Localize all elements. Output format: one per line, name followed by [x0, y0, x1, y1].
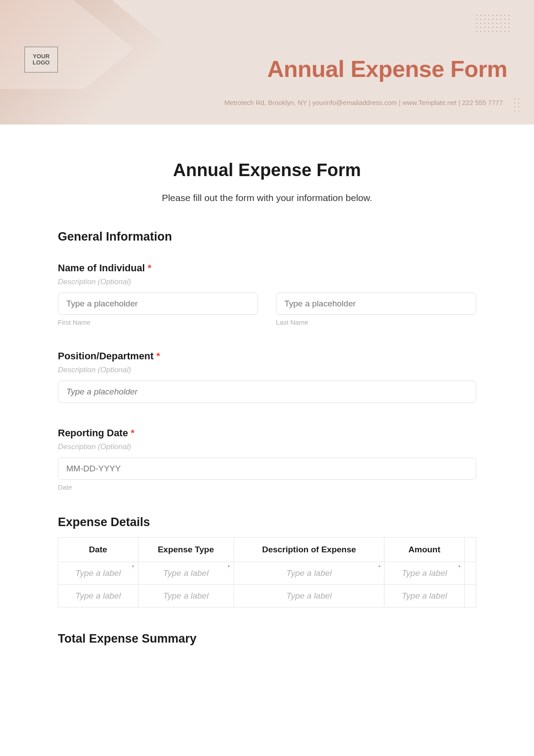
position-input[interactable] — [58, 381, 476, 403]
expense-details-table: Date Expense Type Description of Expense… — [58, 537, 476, 607]
table-header-row: Date Expense Type Description of Expense… — [58, 538, 476, 562]
label-text: Name of Individual — [58, 262, 145, 273]
reporting-date-input[interactable] — [58, 458, 476, 480]
date-sublabel: Date — [58, 483, 476, 491]
banner-title: Annual Expense Form — [267, 56, 508, 82]
form-subtitle: Please fill out the form with your infor… — [58, 193, 476, 203]
cell-date[interactable]: Type a label — [58, 584, 138, 607]
form-title: Annual Expense Form — [58, 160, 476, 180]
cell-amount[interactable]: Type a label* — [384, 562, 465, 584]
cell-amount[interactable]: Type a label — [384, 584, 465, 607]
required-mark: * — [148, 262, 152, 273]
col-expense-type: Expense Type — [138, 538, 234, 562]
field-description: Description (Optional) — [58, 366, 476, 374]
required-mark: * — [131, 427, 135, 438]
field-label: Position/Department * — [58, 350, 476, 362]
field-label: Reporting Date * — [58, 427, 476, 439]
field-description: Description (Optional) — [58, 277, 476, 286]
cell-extra — [465, 562, 476, 584]
col-description: Description of Expense — [234, 538, 384, 562]
section-heading-general: General Information — [58, 230, 476, 244]
required-mark: * — [378, 564, 380, 571]
first-name-input[interactable] — [58, 293, 258, 315]
last-name-input[interactable] — [276, 293, 476, 315]
col-extra — [465, 538, 476, 562]
cell-date[interactable]: Type a label* — [58, 562, 138, 584]
last-name-sublabel: Last Name — [276, 318, 476, 326]
table-row[interactable]: Type a label* Type a label* Type a label… — [58, 562, 476, 584]
cell-extra — [465, 584, 476, 607]
label-text: Reporting Date — [58, 427, 128, 438]
required-mark: * — [458, 564, 461, 571]
col-amount: Amount — [384, 538, 465, 562]
cell-desc[interactable]: Type a label — [234, 584, 384, 607]
section-heading-summary: Total Expense Summary — [58, 632, 476, 646]
decorative-dots-icon — [513, 97, 522, 111]
field-label: Name of Individual * — [58, 262, 476, 274]
logo-placeholder: YOUR LOGO — [24, 47, 58, 72]
col-date: Date — [58, 538, 138, 562]
table-row[interactable]: Type a label Type a label Type a label T… — [58, 584, 476, 607]
field-reporting-date: Reporting Date * Description (Optional) … — [58, 427, 476, 491]
banner-contact-line: Metrotech Rd, Brooklyn, NY | yourinfo@em… — [224, 99, 503, 106]
required-mark: * — [156, 350, 160, 362]
first-name-sublabel: First Name — [58, 318, 258, 326]
decorative-dots-icon — [475, 13, 510, 32]
form-body: Annual Expense Form Please fill out the … — [0, 125, 534, 646]
cell-type[interactable]: Type a label — [138, 584, 234, 607]
cell-type[interactable]: Type a label* — [138, 562, 234, 584]
required-mark: * — [132, 564, 134, 571]
field-name-of-individual: Name of Individual * Description (Option… — [58, 262, 476, 326]
cell-desc[interactable]: Type a label* — [234, 562, 384, 584]
required-mark: * — [228, 564, 230, 571]
field-position-department: Position/Department * Description (Optio… — [58, 350, 476, 403]
section-heading-expense-details: Expense Details — [58, 515, 476, 529]
header-banner: YOUR LOGO Annual Expense Form Metrotech … — [0, 0, 534, 125]
field-description: Description (Optional) — [58, 442, 476, 451]
label-text: Position/Department — [58, 350, 154, 362]
